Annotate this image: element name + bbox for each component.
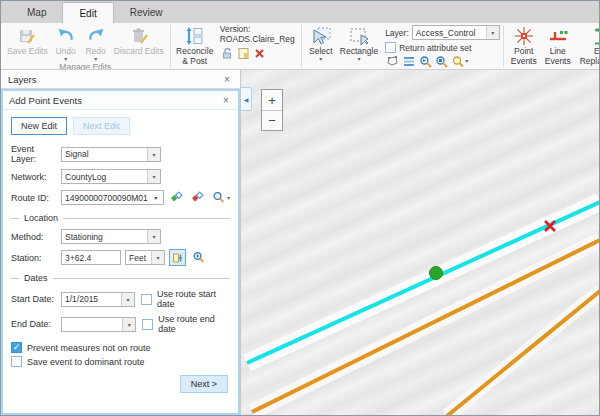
new-version-icon[interactable] xyxy=(237,46,251,60)
redo-dropdown-icon[interactable]: ▾ xyxy=(94,57,97,61)
layers-close-icon[interactable]: × xyxy=(221,74,233,85)
select-polygon-icon[interactable] xyxy=(386,54,400,68)
redo-icon xyxy=(85,25,107,47)
tab-edit[interactable]: Edit xyxy=(62,2,113,23)
end-date-combo[interactable]: ▾ xyxy=(61,317,136,332)
add-point-events-header: Add Point Events × xyxy=(3,91,238,110)
line-events-icon xyxy=(547,25,569,47)
pan-to-selection-icon[interactable] xyxy=(434,54,448,68)
left-panel: Layers × Add Point Events × New Edit Nex… xyxy=(1,70,241,415)
event-layer-label: Event Layer: xyxy=(11,144,61,164)
use-route-start-date-label: Use route start date xyxy=(157,289,230,309)
discard-edits-button[interactable]: Discard Edits xyxy=(112,24,166,58)
add-point-events-close-icon[interactable]: × xyxy=(220,95,232,106)
use-route-end-date-label: Use route end date xyxy=(158,314,230,334)
layer-label: Layer: xyxy=(385,28,409,38)
pick-station-from-map-button[interactable] xyxy=(169,249,186,266)
select-cursor-icon xyxy=(309,25,333,47)
station-units-caret-icon[interactable]: ▾ xyxy=(151,251,164,264)
point-events-button[interactable]: Point Events xyxy=(508,24,540,68)
add-point-events-pane: Add Point Events × New Edit Next Edit Ev… xyxy=(1,89,240,415)
rectangle-select-button[interactable]: Rectangle ▾ xyxy=(338,24,380,62)
new-edit-button[interactable]: New Edit xyxy=(11,117,67,135)
method-select[interactable]: Stationing ▾ xyxy=(61,229,161,244)
reconcile-icon xyxy=(184,25,206,47)
event-layer-caret-icon[interactable]: ▾ xyxy=(147,148,160,161)
use-route-end-date-checkbox[interactable]: ✓ xyxy=(142,319,153,330)
network-caret-icon[interactable]: ▾ xyxy=(147,170,160,183)
layers-pane-title: Layers xyxy=(8,74,221,85)
event-layer-select[interactable]: Signal ▾ xyxy=(61,147,161,162)
layer-select-caret-icon[interactable]: ▾ xyxy=(486,26,499,39)
station-input[interactable]: 3+62.4 xyxy=(61,250,121,265)
network-select[interactable]: CountyLog ▾ xyxy=(61,169,161,184)
station-label: Station: xyxy=(11,253,61,263)
route-id-combo[interactable]: 14900000700090M01 ▾ xyxy=(61,190,164,205)
selection-subcolumn: Layer: Access_Control ▾ ✓ Return attribu… xyxy=(385,24,500,68)
delete-version-icon[interactable] xyxy=(253,46,267,60)
method-caret-icon[interactable]: ▾ xyxy=(147,230,160,243)
point-events-icon xyxy=(513,25,535,47)
group-label-manage-edits: Manage Edits xyxy=(4,62,167,70)
rectangle-dropdown-icon[interactable]: ▾ xyxy=(357,57,360,61)
app-window: Map Edit Review Save Edits Undo ▾ xyxy=(0,0,600,416)
save-edits-button[interactable]: Save Edits xyxy=(5,24,50,58)
network-label: Network: xyxy=(11,172,61,182)
reconcile-post-button[interactable]: Reconcile & Post xyxy=(175,24,215,68)
route-id-label: Route ID: xyxy=(11,193,61,203)
undo-button[interactable]: Undo ▾ xyxy=(52,24,80,62)
method-label: Method: xyxy=(11,232,61,242)
route-id-caret-icon[interactable]: ▾ xyxy=(151,194,160,201)
return-attribute-set-checkbox[interactable]: ✓ xyxy=(385,42,396,53)
zoom-to-route-dropdown-icon[interactable]: ▾ xyxy=(227,196,230,200)
save-to-dominant-route-checkbox[interactable]: ✓ xyxy=(11,356,22,367)
redo-button[interactable]: Redo ▾ xyxy=(82,24,110,62)
zoom-to-route-icon[interactable] xyxy=(210,189,227,206)
next-edit-button[interactable]: Next Edit xyxy=(73,117,130,135)
map-zoom-control: + − xyxy=(261,89,283,131)
select-route-start-icon[interactable] xyxy=(168,189,185,206)
zoom-out-button[interactable]: − xyxy=(262,110,282,130)
line-events-button[interactable]: Line Events xyxy=(542,24,574,68)
select-button[interactable]: Select ▾ xyxy=(306,24,336,62)
zoom-to-selection-icon[interactable] xyxy=(418,54,432,68)
group-edit-events: Point Events Line Events Event Replaceme… xyxy=(504,23,599,69)
layer-select[interactable]: Access_Control ▾ xyxy=(412,25,500,40)
collapse-arrow-icon: ◀ xyxy=(244,96,249,103)
layers-pane-header: Layers × xyxy=(1,70,240,89)
ribbon: Save Edits Undo ▾ Redo ▾ xyxy=(1,23,599,70)
prevent-measures-checkbox[interactable]: ✓ xyxy=(11,342,22,353)
map-view[interactable]: ◀ + − xyxy=(241,70,599,415)
versioning-subcolumn: Version: ROADS.Claire_Reg xyxy=(220,24,298,60)
selection-tools-dropdown-icon[interactable]: ▾ xyxy=(465,59,468,63)
use-route-start-date-checkbox[interactable]: ✓ xyxy=(141,294,152,305)
next-button[interactable]: Next > xyxy=(180,375,228,393)
start-date-caret-icon[interactable]: ▾ xyxy=(121,293,134,306)
version-label: Version: xyxy=(220,24,295,34)
zoom-in-button[interactable]: + xyxy=(262,90,282,110)
event-replacement-icon xyxy=(592,25,599,47)
add-point-events-body: New Edit Next Edit Event Layer: Signal ▾… xyxy=(3,110,238,413)
end-date-label: End Date: xyxy=(11,319,61,329)
clear-selection-icon[interactable] xyxy=(450,54,464,68)
main-area: Layers × Add Point Events × New Edit Nex… xyxy=(1,70,599,415)
event-point-marker[interactable] xyxy=(430,267,443,280)
ribbon-tab-bar: Map Edit Review xyxy=(1,1,599,23)
select-route-end-icon[interactable] xyxy=(189,189,206,206)
panel-collapse-button[interactable]: ◀ xyxy=(241,87,252,111)
tab-map[interactable]: Map xyxy=(11,2,62,23)
select-dropdown-icon[interactable]: ▾ xyxy=(319,57,322,61)
start-date-combo[interactable]: 1/1/2015 ▾ xyxy=(61,292,135,307)
end-date-caret-icon[interactable]: ▾ xyxy=(122,318,135,331)
prevent-measures-label: Prevent measures not on route xyxy=(27,343,151,353)
selection-list-icon[interactable] xyxy=(402,54,416,68)
return-attribute-set-label: Return attribute set xyxy=(399,43,471,53)
undo-dropdown-icon[interactable]: ▾ xyxy=(64,57,67,61)
version-value: ROADS.Claire_Reg xyxy=(220,34,295,44)
group-manage-edits: Save Edits Undo ▾ Redo ▾ xyxy=(1,23,170,69)
unlock-version-icon[interactable] xyxy=(221,46,235,60)
tab-review[interactable]: Review xyxy=(114,2,179,23)
station-units-select[interactable]: Feet ▾ xyxy=(125,250,165,265)
event-replacement-button[interactable]: Event Replacement xyxy=(576,24,599,68)
zoom-to-station-icon[interactable] xyxy=(190,249,207,266)
